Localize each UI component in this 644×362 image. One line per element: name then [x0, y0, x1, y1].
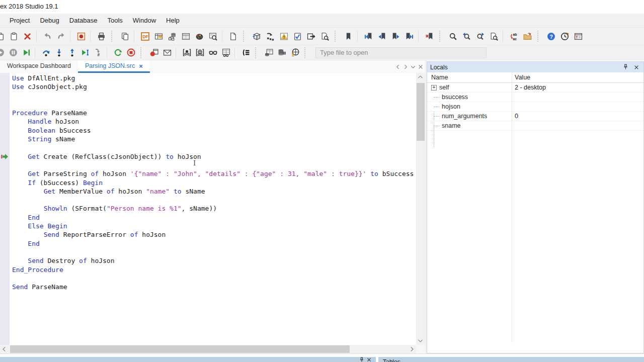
tab-close-icon[interactable] — [417, 63, 424, 70]
watch-global-icon[interactable] — [193, 46, 206, 59]
paste-icon[interactable] — [7, 30, 21, 43]
tab-parsing-json-src[interactable]: Parsing JSON.src× — [78, 60, 150, 73]
open-file-input[interactable] — [315, 47, 487, 58]
step-over-icon[interactable] — [39, 46, 52, 59]
data-dictionary-icon[interactable] — [166, 30, 179, 43]
code-area[interactable]: Use DfAllEnt.pkgUse cJsonObject.pkg Proc… — [0, 74, 416, 291]
toggle-breakpoint-icon[interactable] — [147, 46, 160, 59]
tables-panel-header[interactable]: Tables — [378, 357, 644, 362]
database-explorer-icon[interactable] — [275, 46, 288, 59]
tab-scroll-left-icon[interactable] — [394, 63, 401, 70]
find-prev-icon[interactable] — [460, 30, 473, 43]
column-name[interactable]: Name — [431, 74, 448, 81]
table-editor-icon[interactable] — [179, 30, 193, 43]
horizontal-scrollbar[interactable] — [0, 345, 416, 353]
locals-grid-icon[interactable] — [219, 46, 232, 59]
scroll-up-icon[interactable] — [416, 73, 425, 81]
code-line: Use cJsonObject.pkg — [0, 82, 416, 91]
pause-icon[interactable] — [7, 46, 20, 59]
restart-icon[interactable] — [111, 46, 124, 59]
menu-database[interactable]: Database — [64, 14, 103, 27]
menu-debug[interactable]: Debug — [35, 14, 64, 27]
dataflex-project-icon[interactable]: DF — [138, 30, 152, 43]
close-icon[interactable] — [632, 63, 640, 71]
bookmark-clear-icon[interactable] — [423, 30, 436, 43]
run-to-cursor-icon[interactable] — [78, 46, 92, 59]
column-value[interactable]: Value — [515, 74, 530, 81]
preview-icon[interactable] — [318, 30, 332, 43]
continue-icon[interactable] — [20, 46, 33, 59]
error-list-icon[interactable] — [277, 30, 291, 43]
vertical-scroll-thumb[interactable] — [417, 83, 425, 141]
web-user-icon[interactable] — [288, 46, 301, 59]
find-in-files-icon[interactable] — [487, 30, 501, 43]
package-icon[interactable] — [250, 30, 264, 43]
history-icon[interactable] — [558, 30, 572, 43]
variable-name: bsuccess — [427, 94, 512, 101]
replace-in-files-icon[interactable] — [521, 30, 534, 43]
new-file-icon[interactable] — [226, 30, 240, 43]
code-editor[interactable]: Use DfAllEnt.pkgUse cJsonObject.pkg Proc… — [0, 73, 425, 353]
set-next-statement-icon[interactable]: # — [92, 46, 105, 59]
record-macro-icon[interactable] — [74, 30, 88, 43]
scroll-left-icon[interactable] — [0, 345, 9, 353]
bookmark-next-icon[interactable] — [389, 30, 403, 43]
stop-debugging-icon[interactable] — [124, 46, 137, 59]
workspace-sync-icon[interactable] — [152, 30, 166, 43]
step-out-icon[interactable] — [65, 46, 78, 59]
export-icon[interactable] — [304, 30, 318, 43]
undo-icon[interactable] — [41, 30, 54, 43]
locals-row-bsuccess[interactable]: bsuccess — [427, 93, 643, 102]
task-list-icon[interactable] — [291, 30, 304, 43]
locals-grid: +self2 - desktopbsuccesshojsonnum_argume… — [427, 83, 643, 342]
bottom-panel-header[interactable] — [0, 357, 376, 362]
bookmark-first-icon[interactable] — [362, 30, 375, 43]
bookmark-prev-icon[interactable] — [375, 30, 389, 43]
pin-icon[interactable] — [621, 63, 629, 71]
tab-scroll-right-icon[interactable] — [401, 63, 409, 70]
svg-text:#: # — [97, 52, 100, 57]
watches-icon[interactable] — [206, 46, 219, 59]
expand-icon[interactable]: + — [431, 85, 437, 90]
locals-column-headers[interactable]: Name Value — [427, 72, 643, 83]
menu-window[interactable]: Window — [128, 14, 161, 27]
close-icon[interactable]: × — [139, 62, 143, 70]
find-icon[interactable] — [446, 30, 460, 43]
send-report-icon[interactable] — [160, 46, 174, 59]
copy-special-icon[interactable] — [118, 30, 132, 43]
step-into-icon[interactable] — [52, 46, 65, 59]
find-next-icon[interactable] — [473, 30, 487, 43]
table-inspector-icon[interactable] — [262, 46, 275, 59]
compile-icon[interactable] — [264, 30, 277, 43]
vertical-scrollbar[interactable] — [416, 73, 425, 345]
watch-local-icon[interactable] — [180, 46, 193, 59]
redo-icon[interactable] — [54, 30, 68, 43]
menu-tools[interactable]: Tools — [102, 14, 127, 27]
call-stack-icon[interactable] — [239, 46, 252, 59]
tab-workspace-dashboard[interactable]: Workspace Dashboard — [0, 60, 78, 73]
menu-project[interactable]: Project — [5, 14, 35, 27]
bookmark-last-icon[interactable] — [403, 30, 416, 43]
close-icon[interactable] — [365, 357, 373, 362]
horizontal-scroll-thumb[interactable] — [10, 345, 350, 353]
print-icon[interactable] — [95, 30, 108, 43]
scroll-right-icon[interactable] — [408, 345, 416, 353]
svg-text:DF: DF — [142, 34, 148, 39]
ide-dialog-icon[interactable] — [572, 30, 585, 43]
browse-table-icon[interactable] — [206, 30, 220, 43]
tab-list-icon[interactable] — [409, 63, 417, 70]
pin-icon[interactable] — [358, 357, 365, 362]
help-icon[interactable]: ? — [544, 30, 558, 43]
locals-row-self[interactable]: +self2 - desktop — [427, 83, 643, 93]
delete-icon[interactable] — [21, 30, 34, 43]
scroll-down-icon[interactable] — [416, 336, 425, 345]
locals-row-hojson[interactable]: hojson — [427, 102, 643, 112]
locals-row-sname[interactable]: sname — [427, 121, 643, 131]
copy-icon[interactable] — [0, 30, 7, 43]
menu-help[interactable]: Help — [161, 14, 185, 27]
color-palette-icon[interactable] — [193, 30, 206, 43]
bookmark-toggle-icon[interactable] — [342, 30, 355, 43]
run-icon[interactable] — [0, 46, 7, 59]
replace-icon[interactable]: abac — [507, 30, 521, 43]
locals-row-num_arguments[interactable]: num_arguments0 — [427, 112, 643, 121]
